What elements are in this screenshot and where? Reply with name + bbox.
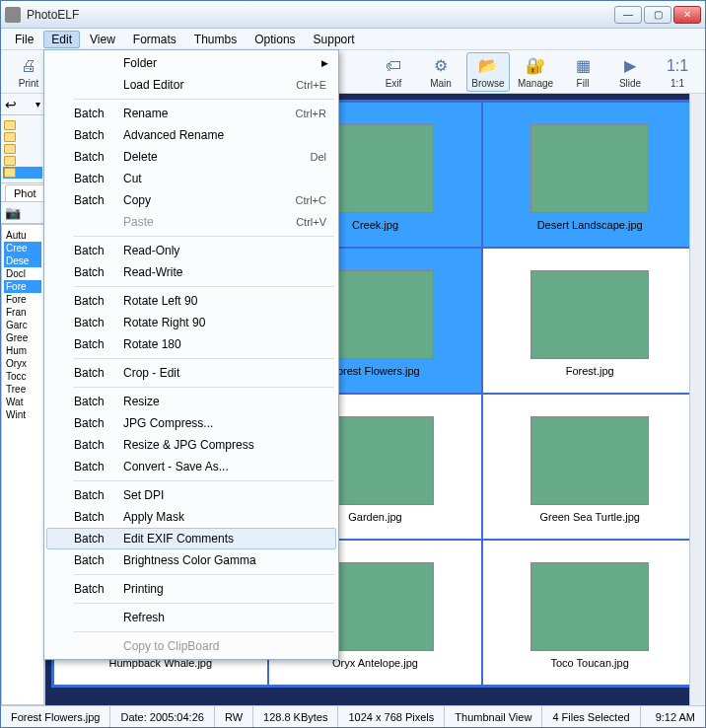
back-icon[interactable]: ↩ bbox=[5, 97, 17, 112]
menu-item-crop-edit[interactable]: BatchCrop - Edit bbox=[46, 362, 336, 384]
titlebar: PhotoELF — ▢ ✕ bbox=[1, 1, 705, 29]
list-item[interactable]: Docl bbox=[4, 267, 41, 280]
maximize-button[interactable]: ▢ bbox=[644, 6, 671, 24]
tool-slide[interactable]: ▶Slide bbox=[608, 52, 652, 92]
thumbnail-caption: Forest.jpg bbox=[566, 365, 614, 377]
menu-item-read-only[interactable]: BatchRead-Only bbox=[46, 240, 336, 261]
tree-row[interactable] bbox=[3, 167, 42, 179]
vertical-scrollbar[interactable] bbox=[689, 94, 705, 705]
tool-browse[interactable]: 📂Browse bbox=[466, 52, 510, 92]
folder-icon bbox=[4, 144, 16, 154]
manage-icon: 🔐 bbox=[525, 55, 546, 77]
menu-item-refresh[interactable]: Refresh bbox=[46, 607, 336, 628]
menu-item-convert-save-as-[interactable]: BatchConvert - Save As... bbox=[46, 456, 336, 477]
menu-item-resize[interactable]: BatchResize bbox=[46, 391, 336, 412]
thumbnail-cell[interactable]: Desert Landscape.jpg bbox=[482, 102, 697, 248]
menu-item-rotate-right-90[interactable]: BatchRotate Right 90 bbox=[46, 312, 336, 333]
edit-menu-dropdown: Folder▶Load EditorCtrl+EBatchRenameCtrl+… bbox=[43, 49, 339, 660]
close-button[interactable]: ✕ bbox=[673, 6, 701, 24]
menu-options[interactable]: Options bbox=[247, 31, 303, 48]
thumbnail-caption: Oryx Antelope.jpg bbox=[332, 657, 418, 669]
list-item[interactable]: Garc bbox=[4, 319, 41, 331]
tree-row[interactable] bbox=[3, 155, 42, 167]
tool-manage[interactable]: 🔐Manage bbox=[514, 52, 557, 92]
menu-item-copy-to-clipboard: Copy to ClipBoard bbox=[46, 635, 336, 657]
window-title: PhotoELF bbox=[27, 8, 614, 22]
menu-item-load-editor[interactable]: Load EditorCtrl+E bbox=[46, 74, 336, 96]
tool-exif[interactable]: 🏷Exif bbox=[372, 52, 415, 92]
minimize-button[interactable]: — bbox=[614, 6, 642, 24]
menu-item-advanced-rename[interactable]: BatchAdvanced Rename bbox=[46, 124, 336, 146]
menu-item-folder[interactable]: Folder▶ bbox=[46, 52, 336, 74]
tree-row[interactable] bbox=[3, 143, 42, 155]
status-view: Thumbnail View bbox=[445, 706, 542, 727]
thumbnail-caption: Toco Toucan.jpg bbox=[551, 657, 629, 669]
submenu-arrow-icon: ▶ bbox=[321, 58, 328, 68]
list-item[interactable]: Fore bbox=[4, 280, 41, 293]
dropdown-icon[interactable]: ▾ bbox=[35, 99, 40, 109]
tree-row[interactable] bbox=[3, 119, 42, 131]
thumbnail-image bbox=[530, 416, 649, 505]
folder-tree[interactable] bbox=[1, 115, 44, 182]
tool-11[interactable]: 1:11:1 bbox=[656, 52, 699, 92]
thumbnail-cell[interactable]: Toco Toucan.jpg bbox=[482, 540, 697, 686]
list-item[interactable]: Tree bbox=[4, 383, 41, 396]
thumbnail-image bbox=[530, 562, 649, 651]
status-rw: RW bbox=[215, 706, 253, 727]
menu-item-rename[interactable]: BatchRenameCtrl+R bbox=[46, 103, 336, 124]
thumbnail-caption: Creek.jpg bbox=[352, 219, 398, 231]
1:1-icon: 1:1 bbox=[667, 55, 688, 77]
thumbnail-cell[interactable]: Forest.jpg bbox=[482, 248, 697, 394]
sidebar: ↩ ▾ Phot 📷 AutuCreeDeseDoclForeForeFranG… bbox=[1, 94, 45, 705]
menu-item-cut[interactable]: BatchCut bbox=[46, 168, 336, 189]
thumbnail-cell[interactable]: Green Sea Turtle.jpg bbox=[482, 394, 697, 540]
menu-item-rotate-180[interactable]: BatchRotate 180 bbox=[46, 333, 336, 355]
thumbnail-image bbox=[530, 124, 649, 213]
list-item[interactable]: Tocc bbox=[4, 370, 41, 383]
list-item[interactable]: Autu bbox=[4, 229, 41, 242]
menu-file[interactable]: File bbox=[7, 31, 41, 48]
list-item[interactable]: Gree bbox=[4, 331, 41, 344]
menu-view[interactable]: View bbox=[82, 31, 123, 48]
menu-item-paste: PasteCtrl+V bbox=[46, 211, 336, 233]
thumbnail-caption: Garden.jpg bbox=[348, 511, 401, 523]
menu-separator bbox=[74, 574, 334, 575]
list-item[interactable]: Fore bbox=[4, 293, 41, 306]
tool-fill[interactable]: ▦Fill bbox=[561, 52, 604, 92]
menu-formats[interactable]: Formats bbox=[125, 31, 184, 48]
menu-item-delete[interactable]: BatchDeleteDel bbox=[46, 146, 336, 168]
tree-row[interactable] bbox=[3, 131, 42, 143]
menu-item-rotate-left-90[interactable]: BatchRotate Left 90 bbox=[46, 290, 336, 312]
list-item[interactable]: Wat bbox=[4, 396, 41, 408]
print-icon: 🖨 bbox=[18, 55, 39, 77]
menu-edit[interactable]: Edit bbox=[43, 31, 80, 48]
menu-item-set-dpi[interactable]: BatchSet DPI bbox=[46, 484, 336, 506]
menu-item-resize-jpg-compress[interactable]: BatchResize & JPG Compress bbox=[46, 434, 336, 456]
list-item[interactable]: Oryx bbox=[4, 357, 41, 370]
exif-icon: 🏷 bbox=[383, 55, 404, 77]
menu-thumbs[interactable]: Thumbs bbox=[186, 31, 245, 48]
menu-item-apply-mask[interactable]: BatchApply Mask bbox=[46, 506, 336, 528]
list-item[interactable]: Fran bbox=[4, 306, 41, 319]
menu-item-read-write[interactable]: BatchRead-Write bbox=[46, 261, 336, 283]
menubar: FileEditViewFormatsThumbsOptionsSupport bbox=[1, 29, 705, 50]
menu-item-brightness-color-gamma[interactable]: BatchBrightness Color Gamma bbox=[46, 549, 336, 571]
status-dims: 1024 x 768 Pixels bbox=[338, 706, 445, 727]
camera-icon[interactable]: 📷 bbox=[5, 205, 21, 220]
sidebar-tab[interactable]: Phot bbox=[5, 184, 45, 201]
list-item[interactable]: Cree bbox=[4, 242, 41, 255]
menu-separator bbox=[74, 99, 334, 100]
menu-separator bbox=[74, 603, 334, 604]
list-item[interactable]: Wint bbox=[4, 408, 41, 421]
list-item[interactable]: Dese bbox=[4, 255, 41, 267]
menu-item-printing[interactable]: BatchPrinting bbox=[46, 578, 336, 600]
file-list[interactable]: AutuCreeDeseDoclForeForeFranGarcGreeHumO… bbox=[1, 224, 44, 705]
menu-item-edit-exif-comments[interactable]: BatchEdit EXIF Comments bbox=[46, 528, 336, 549]
menu-separator bbox=[74, 387, 334, 388]
folder-icon bbox=[4, 168, 16, 178]
menu-item-copy[interactable]: BatchCopyCtrl+C bbox=[46, 189, 336, 211]
menu-support[interactable]: Support bbox=[306, 31, 363, 48]
tool-main[interactable]: ⚙Main bbox=[419, 52, 462, 92]
menu-item-jpg-compress-[interactable]: BatchJPG Compress... bbox=[46, 412, 336, 434]
list-item[interactable]: Hum bbox=[4, 344, 41, 357]
